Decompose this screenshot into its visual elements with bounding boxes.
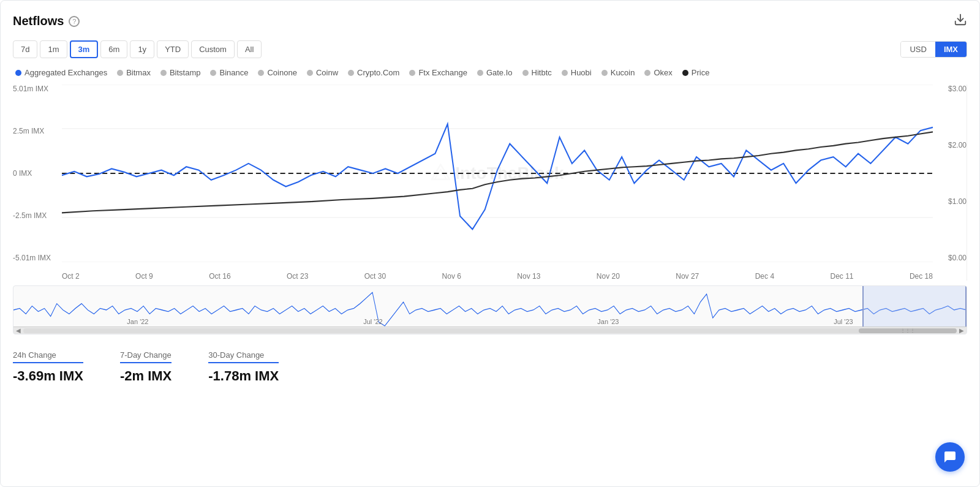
- stat-30d-label: 30-Day Change: [208, 350, 279, 363]
- mini-chart-area[interactable]: Jan '22 Jul '22 Jan '23 Jul '23 ◀ ⋮⋮⋮ ▶: [13, 285, 967, 334]
- legend-item-bitstamp[interactable]: Bitstamp: [160, 68, 201, 77]
- legend-item-huobi[interactable]: Huobi: [562, 68, 592, 77]
- header: Netflows ?: [13, 13, 967, 29]
- legend-label-cryptocom: Crypto.Com: [357, 68, 399, 77]
- download-icon[interactable]: [954, 13, 967, 29]
- legend-dot-huobi: [562, 70, 568, 76]
- legend-item-cryptocom[interactable]: Crypto.Com: [348, 68, 399, 77]
- x-label-oct16: Oct 16: [209, 272, 230, 281]
- y-right-label-top: $3.00: [933, 85, 967, 93]
- y-right-label-3: $1.00: [933, 197, 967, 206]
- legend-label-coinone: Coinone: [267, 68, 296, 77]
- chat-icon: [943, 450, 957, 464]
- legend-dot-coinw: [307, 70, 313, 76]
- legend-label-gateio: Gate.Io: [486, 68, 513, 77]
- legend-label-coinw: Coinw: [316, 68, 338, 77]
- x-label-dec11: Dec 11: [830, 272, 853, 281]
- scroll-right-icon[interactable]: ▶: [959, 327, 964, 334]
- legend-item-bitmax[interactable]: Bitmax: [117, 68, 151, 77]
- legend-dot-ftx: [409, 70, 415, 76]
- scroll-left-icon[interactable]: ◀: [16, 327, 21, 334]
- legend-dot-gateio: [477, 70, 483, 76]
- time-btn-1m[interactable]: 1m: [40, 40, 67, 58]
- legend-item-kucoin[interactable]: Kucoin: [601, 68, 635, 77]
- legend-item-price[interactable]: Price: [682, 68, 710, 77]
- legend-label-bitstamp: Bitstamp: [170, 68, 201, 77]
- legend-label-hitbtc: Hitbtc: [532, 68, 552, 77]
- x-label-nov6: Nov 6: [442, 272, 461, 281]
- legend-dot-okex: [644, 70, 650, 76]
- legend-item-binance[interactable]: Binance: [210, 68, 248, 77]
- scroll-track: ⋮⋮⋮: [23, 328, 957, 333]
- time-btn-6m[interactable]: 6m: [100, 40, 127, 58]
- mini-scrollbar[interactable]: ◀ ⋮⋮⋮ ▶: [13, 327, 967, 334]
- legend-label-okex: Okex: [654, 68, 672, 77]
- page-title: Netflows: [13, 14, 64, 28]
- y-right-label-bottom: $0.00: [933, 254, 967, 262]
- stat-24h-label: 24h Change: [13, 350, 83, 363]
- mini-x-jul23: Jul '23: [834, 318, 853, 325]
- x-label-nov27: Nov 27: [676, 272, 699, 281]
- currency-btn-usd[interactable]: USD: [901, 42, 935, 57]
- x-label-nov13: Nov 13: [517, 272, 540, 281]
- legend-dot-kucoin: [601, 70, 608, 76]
- x-label-oct30: Oct 30: [364, 272, 386, 281]
- y-label-bottom: -5.01m IMX: [13, 254, 62, 262]
- header-left: Netflows ?: [13, 14, 80, 28]
- legend-item-okex[interactable]: Okex: [644, 68, 672, 77]
- x-label-dec4: Dec 4: [755, 272, 774, 281]
- legend-label-bitmax: Bitmax: [126, 68, 151, 77]
- legend-label-aggregated: Aggregated Exchanges: [24, 68, 107, 77]
- legend-label-huobi: Huobi: [571, 68, 592, 77]
- time-btn-all[interactable]: All: [237, 40, 262, 58]
- controls-bar: 7d 1m 3m 6m 1y YTD Custom All USD IMX: [13, 40, 967, 58]
- legend-dot-binance: [210, 70, 216, 76]
- legend-dot-coinone: [258, 70, 264, 76]
- legend-dot-price: [682, 70, 688, 76]
- time-btn-1y[interactable]: 1y: [130, 40, 154, 58]
- legend-dot-bitmax: [117, 70, 123, 76]
- mini-x-jul22: Jul '22: [363, 318, 382, 325]
- x-label-oct2: Oct 2: [62, 272, 80, 281]
- legend-item-ftx[interactable]: Ftx Exchange: [409, 68, 467, 77]
- legend-item-coinone[interactable]: Coinone: [258, 68, 296, 77]
- main-chart-svg: [62, 85, 933, 262]
- blue-netflow-line: [62, 124, 933, 229]
- y-right-label-2: $2.00: [933, 141, 967, 149]
- legend-label-ftx: Ftx Exchange: [418, 68, 467, 77]
- y-label-top: 5.01m IMX: [13, 85, 62, 93]
- legend-item-gateio[interactable]: Gate.Io: [477, 68, 513, 77]
- time-btn-7d[interactable]: 7d: [13, 40, 37, 58]
- page-container: Netflows ? 7d 1m 3m 6m 1y YTD Custom All…: [0, 0, 980, 487]
- mini-x-jan23: Jan '23: [597, 318, 619, 325]
- y-axis-left: 5.01m IMX 2.5m IMX 0 IMX -2.5m IMX -5.01…: [13, 85, 62, 262]
- legend-item-coinw[interactable]: Coinw: [307, 68, 338, 77]
- legend-label-binance: Binance: [219, 68, 248, 77]
- stat-24h: 24h Change -3.69m IMX: [13, 350, 83, 384]
- legend-dot-cryptocom: [348, 70, 354, 76]
- price-line: [62, 132, 933, 213]
- legend-dot-hitbtc: [522, 70, 529, 76]
- currency-button-group: USD IMX: [900, 41, 967, 58]
- time-btn-3m[interactable]: 3m: [70, 40, 99, 58]
- x-axis: Oct 2 Oct 9 Oct 16 Oct 23 Oct 30 Nov 6 N…: [62, 263, 933, 281]
- x-label-oct23: Oct 23: [287, 272, 308, 281]
- y-label-4: -2.5m IMX: [13, 211, 62, 220]
- currency-btn-imx[interactable]: IMX: [935, 42, 967, 57]
- legend-item-hitbtc[interactable]: Hitbtc: [522, 68, 552, 77]
- x-label-dec18: Dec 18: [910, 272, 933, 281]
- stat-7d-label: 7-Day Change: [120, 350, 172, 363]
- help-icon[interactable]: ?: [69, 16, 80, 27]
- x-label-nov20: Nov 20: [597, 272, 620, 281]
- y-axis-right: $3.00 $2.00 $1.00 $0.00: [933, 85, 967, 262]
- time-btn-custom[interactable]: Custom: [191, 40, 235, 58]
- mini-x-jan22: Jan '22: [127, 318, 148, 325]
- legend-item-aggregated[interactable]: Aggregated Exchanges: [15, 68, 107, 77]
- legend-label-kucoin: Kucoin: [611, 68, 635, 77]
- time-btn-ytd[interactable]: YTD: [157, 40, 189, 58]
- stat-7d-value: -2m IMX: [120, 368, 172, 384]
- stat-24h-value: -3.69m IMX: [13, 368, 83, 384]
- scroll-thumb[interactable]: ⋮⋮⋮: [859, 328, 957, 333]
- chat-button[interactable]: [935, 442, 965, 472]
- legend-dot-bitstamp: [160, 70, 167, 76]
